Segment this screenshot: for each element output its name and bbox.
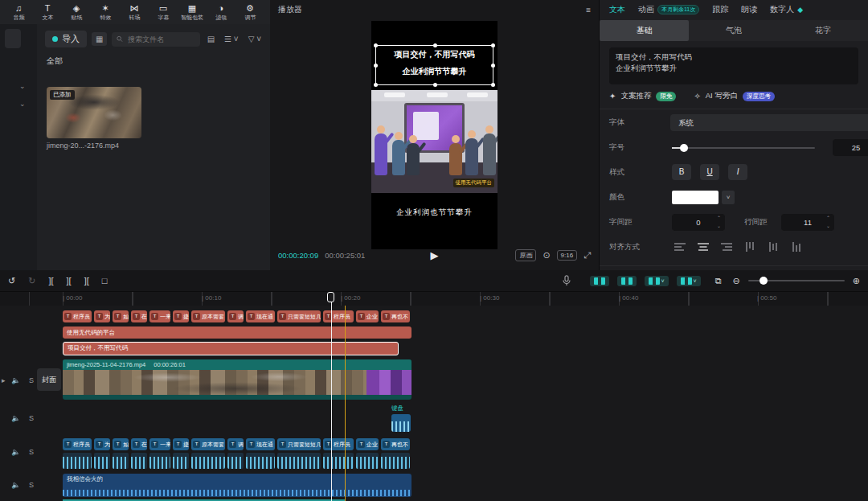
screen-layout-icon[interactable]: ⧉ bbox=[715, 276, 722, 286]
grid-view-icon[interactable]: ▦ bbox=[92, 32, 107, 46]
letter-spacing-stepper[interactable]: 0 ⌃⌄ bbox=[672, 214, 725, 231]
rail-collapse-tab[interactable] bbox=[5, 29, 21, 48]
track-height-button[interactable]: ˅ bbox=[677, 276, 701, 286]
mute-track-icon[interactable]: 🔈 bbox=[11, 448, 20, 456]
toolbar-item[interactable]: ◑ 滤镜 bbox=[207, 4, 235, 22]
sfx-clip[interactable]: 键盘 bbox=[391, 404, 412, 432]
tts-waveform-segment[interactable] bbox=[94, 453, 110, 469]
delete-icon[interactable]: □ bbox=[102, 276, 108, 285]
playhead-line[interactable] bbox=[331, 292, 332, 501]
font-select[interactable]: 系统 bbox=[670, 114, 868, 131]
ratio-button[interactable]: 9:16 bbox=[557, 250, 578, 261]
inspector-tab[interactable]: 朗读 bbox=[741, 4, 757, 15]
fullscreen-icon[interactable]: ⤢ bbox=[583, 250, 591, 261]
subtitle-clip[interactable]: T 如 bbox=[113, 310, 129, 322]
italic-button[interactable]: I bbox=[728, 164, 747, 180]
media-item[interactable]: 已添加 jimeng-20...-2176.mp4 bbox=[47, 87, 141, 150]
inspector-tab[interactable]: 跟踪 bbox=[712, 4, 728, 15]
subtitle-clip[interactable]: T 程序员 bbox=[63, 310, 92, 322]
text-content-editor[interactable]: 项目交付，不用写代码 企业利润节节攀升 bbox=[609, 47, 858, 84]
subtitle-clip[interactable]: T 为 bbox=[94, 310, 110, 322]
tts-audio-clip[interactable]: T 再也不 bbox=[381, 438, 410, 450]
subtitle-clip[interactable]: T 现在通 bbox=[246, 310, 275, 322]
tts-waveform-segment[interactable] bbox=[356, 453, 379, 469]
timeline-zoom-slider[interactable] bbox=[748, 280, 845, 281]
timeline-ruler[interactable]: 00:00 00:10 00:20 00:30 00:40 00:50 bbox=[0, 292, 868, 306]
inspector-tab[interactable]: 动画 本月剩余11次 bbox=[638, 4, 699, 15]
tts-waveform-segment[interactable] bbox=[246, 453, 275, 469]
toolbar-item[interactable]: ✶ 特效 bbox=[92, 4, 119, 22]
mute-track-icon[interactable]: 🔈 bbox=[11, 376, 20, 384]
tts-audio-clip[interactable]: T 只需要短短几 bbox=[277, 438, 321, 450]
record-mic-icon[interactable] bbox=[563, 275, 571, 286]
tts-waveform-segment[interactable] bbox=[149, 453, 170, 469]
subtitle-clip[interactable]: T 一来 bbox=[149, 310, 170, 322]
chevron-down-icon[interactable]: ⌄ bbox=[19, 82, 26, 90]
tts-audio-clip[interactable]: T 企业 bbox=[356, 438, 379, 450]
tts-waveform-segment[interactable] bbox=[227, 453, 244, 469]
align-center-icon[interactable] bbox=[695, 239, 711, 255]
tts-waveform-segment[interactable] bbox=[191, 453, 225, 469]
resize-handle[interactable] bbox=[374, 83, 378, 87]
tts-waveform-segment[interactable] bbox=[113, 453, 129, 469]
video-clip[interactable]: jimeng-2025-11-04-2176.mp4 00:00:26:01 bbox=[63, 359, 411, 400]
redo-icon[interactable]: ↻ bbox=[28, 276, 35, 286]
split-left-icon[interactable]: ][ bbox=[67, 276, 72, 285]
mute-track-icon[interactable]: 🔈 bbox=[11, 414, 20, 422]
text-overlay-box[interactable]: 项目交付，不用写代码 企业利润节节攀升 bbox=[375, 45, 493, 85]
line-spacing-stepper[interactable]: 11 ⌃⌄ bbox=[781, 214, 834, 231]
split-icon[interactable]: ][ bbox=[48, 276, 53, 285]
player-menu-icon[interactable]: ≡ bbox=[586, 6, 591, 14]
inspector-subtab[interactable]: 花字 bbox=[779, 20, 868, 41]
toolbar-item[interactable]: ▦ 智能包装 bbox=[178, 4, 206, 22]
quality-button[interactable]: 原画 bbox=[515, 249, 536, 261]
slider-knob[interactable] bbox=[680, 144, 688, 152]
link-preview-button[interactable] bbox=[617, 276, 637, 286]
tts-waveform-segment[interactable] bbox=[381, 453, 410, 469]
subtitle-clip[interactable]: T 捷 bbox=[173, 310, 189, 322]
inspector-subtab[interactable]: 基础 bbox=[600, 20, 689, 41]
bold-button[interactable]: B bbox=[672, 164, 691, 180]
subtitle-clip[interactable]: T 只需要短短几 bbox=[277, 310, 321, 322]
tts-audio-clip[interactable]: T 在 bbox=[131, 438, 147, 450]
align-right-icon[interactable] bbox=[719, 239, 735, 255]
toolbar-item[interactable]: ▭ 字幕 bbox=[149, 4, 177, 22]
align-vertical-bottom-icon[interactable] bbox=[788, 239, 805, 255]
sort-icon[interactable]: ☰ ˅ bbox=[222, 33, 241, 45]
inspector-tab[interactable]: 文本 bbox=[609, 4, 625, 15]
media-search[interactable] bbox=[112, 32, 199, 47]
tts-audio-clip[interactable]: T 程序员 bbox=[323, 438, 354, 450]
tts-waveform-segment[interactable] bbox=[63, 453, 92, 469]
tts-audio-clip[interactable]: T 一来 bbox=[149, 438, 170, 450]
solo-track-button[interactable]: S bbox=[29, 376, 34, 384]
collapse-arrow-icon[interactable]: ▸ bbox=[2, 376, 6, 384]
play-button[interactable]: ▶ bbox=[431, 249, 439, 261]
selected-title-clip[interactable]: 项目交付，不用写代码 bbox=[63, 342, 399, 355]
resize-handle[interactable] bbox=[433, 43, 437, 47]
subtitle-clip[interactable]: T 原本需要 bbox=[191, 310, 225, 322]
stepper-chevrons[interactable]: ⌃⌄ bbox=[826, 214, 830, 230]
resize-handle[interactable] bbox=[374, 43, 378, 47]
layout-toggle-icon[interactable]: ▤ bbox=[205, 33, 217, 45]
undo-icon[interactable]: ↺ bbox=[8, 276, 15, 286]
zoom-in-icon[interactable]: ⊕ bbox=[853, 276, 860, 286]
filter-icon[interactable]: ▽ ˅ bbox=[246, 33, 264, 45]
toolbar-item[interactable]: ⚙ 调节 bbox=[236, 4, 264, 22]
tts-audio-clip[interactable]: T 调 bbox=[227, 438, 244, 450]
ai-voiceover-button[interactable]: AI 写旁白 bbox=[706, 91, 738, 101]
import-button[interactable]: 导入 bbox=[45, 31, 87, 47]
resize-handle[interactable] bbox=[491, 64, 495, 68]
music-clip[interactable]: 我相信会火的 bbox=[63, 474, 411, 497]
tts-waveform-segment[interactable] bbox=[173, 453, 189, 469]
resize-handle[interactable] bbox=[491, 43, 495, 47]
inspector-tab[interactable]: 数字人 ◆ bbox=[770, 4, 803, 15]
subtitle-clip[interactable]: T 企业 bbox=[356, 310, 379, 322]
split-right-icon[interactable]: ][ bbox=[84, 276, 89, 285]
tts-audio-clip[interactable]: T 现在通 bbox=[246, 438, 275, 450]
toolbar-item[interactable]: ⋈ 转场 bbox=[121, 4, 148, 22]
preview-axis-button[interactable]: ˅ bbox=[645, 276, 669, 286]
subtitle-clip[interactable]: T 程序员 bbox=[323, 310, 354, 322]
solo-track-button[interactable]: S bbox=[29, 481, 34, 489]
narration-text-clip[interactable]: 使用无代码的平台 bbox=[63, 326, 411, 339]
stepper-chevrons[interactable]: ⌃⌄ bbox=[717, 214, 721, 230]
